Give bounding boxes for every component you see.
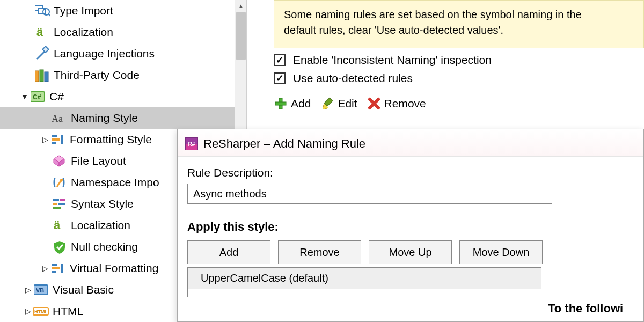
svg-rect-29 <box>52 271 56 273</box>
tree-label: Third-Party Code <box>54 69 140 82</box>
tree-label: File Layout <box>71 155 126 167</box>
notice-line2: default rules, clear 'Use auto-detected … <box>284 23 634 38</box>
tree-item-type-import[interactable]: Type Import <box>0 0 246 21</box>
follow-label: To the followi <box>548 302 634 316</box>
svg-text:HTML: HTML <box>34 309 48 314</box>
svg-rect-21 <box>53 199 59 201</box>
tree-item-third-party[interactable]: Third-Party Code <box>0 64 246 86</box>
tree-item-csharp[interactable]: ▼ C# C# <box>0 86 246 107</box>
style-movedown-button[interactable]: Move Down <box>459 240 543 264</box>
resharper-icon: R# <box>185 137 198 150</box>
svg-rect-16 <box>61 135 63 144</box>
svg-text:VB: VB <box>36 287 44 294</box>
tree-label: Type Import <box>54 4 113 17</box>
svg-rect-23 <box>53 203 57 205</box>
tree-label: Formatting Style <box>70 133 152 146</box>
svg-rect-9 <box>45 72 48 82</box>
formatting-icon <box>50 260 67 276</box>
pencil-icon <box>320 97 334 111</box>
localization-icon: ä <box>34 24 50 40</box>
scroll-thumb[interactable] <box>236 12 246 60</box>
collapse-arrow-icon: ▷ <box>40 135 50 144</box>
follow-column: To the followi Namesp ▷ Type ▷ <box>548 302 634 322</box>
add-rule-button[interactable]: Add <box>274 97 311 111</box>
rule-description-label: Rule Description: <box>187 166 634 179</box>
tree-item-localization[interactable]: ä Localization <box>0 21 246 43</box>
rules-toolbar: Add Edit Remove <box>274 97 644 111</box>
shield-check-icon <box>52 239 68 255</box>
svg-rect-7 <box>35 71 39 82</box>
syringe-icon <box>34 46 50 62</box>
tree-label: Namespace Impo <box>71 176 159 189</box>
style-listbox[interactable]: UpperCamelCase (default) <box>187 267 541 297</box>
checkbox-label: Use auto-detected rules <box>293 72 413 85</box>
svg-rect-22 <box>60 199 65 201</box>
svg-rect-13 <box>52 135 57 137</box>
notice-banner: Some naming rules are set based on the s… <box>274 0 644 48</box>
svg-rect-8 <box>40 70 43 82</box>
cube-icon <box>52 153 68 169</box>
tree-item-language-injections[interactable]: Language Injections <box>0 43 246 64</box>
tree-item-naming-style[interactable]: Aa Naming Style <box>0 107 246 129</box>
rule-description-input[interactable] <box>187 184 552 204</box>
dialog-title-text: ReSharper – Add Naming Rule <box>203 137 365 151</box>
formatting-icon <box>50 131 67 148</box>
dialog-titlebar[interactable]: R# ReSharper – Add Naming Rule <box>178 129 643 157</box>
plus-icon <box>274 97 288 111</box>
checkbox-enable-inspection[interactable]: ✓ Enable 'Inconsistent Naming' inspectio… <box>274 54 644 67</box>
style-add-button[interactable]: Add <box>187 240 270 264</box>
scroll-up-icon[interactable]: ▲ <box>235 0 247 12</box>
expand-arrow-icon: ▼ <box>19 92 30 101</box>
collapse-arrow-icon: ▷ <box>23 307 33 316</box>
tree-label: Localization <box>54 26 113 39</box>
tool-label: Remove <box>384 97 426 110</box>
namespace-icon <box>52 174 68 191</box>
checkbox-icon: ✓ <box>274 72 286 84</box>
tree-label: C# <box>49 90 64 103</box>
html-icon: HTML <box>33 303 49 319</box>
localization-icon: ä <box>52 217 68 233</box>
add-naming-rule-dialog: R# ReSharper – Add Naming Rule Rule Desc… <box>177 129 644 322</box>
tree-label: Naming Style <box>71 112 138 125</box>
style-moveup-button[interactable]: Move Up <box>369 240 452 264</box>
dialog-body: Rule Description: Apply this style: Add … <box>178 157 643 297</box>
svg-rect-36 <box>275 102 286 105</box>
csharp-icon: C# <box>30 89 46 105</box>
tree-label: Null checking <box>71 240 138 253</box>
style-list-item[interactable]: UpperCamelCase (default) <box>188 268 541 289</box>
aa-icon: Aa <box>52 110 68 126</box>
vb-icon: VB <box>33 282 49 298</box>
books-icon <box>34 67 50 83</box>
svg-rect-15 <box>52 142 56 144</box>
syntax-icon <box>52 196 68 212</box>
checkbox-auto-detected[interactable]: ✓ Use auto-detected rules <box>274 72 644 85</box>
svg-rect-30 <box>61 264 63 273</box>
tool-label: Edit <box>338 97 357 110</box>
edit-rule-button[interactable]: Edit <box>320 97 357 111</box>
remove-x-icon <box>367 97 381 111</box>
svg-rect-27 <box>52 264 57 266</box>
tool-label: Add <box>291 97 311 110</box>
collapse-arrow-icon: ▷ <box>23 286 33 294</box>
svg-text:C#: C# <box>33 93 41 101</box>
checkbox-label: Enable 'Inconsistent Naming' inspection <box>293 54 492 67</box>
svg-text:ä: ä <box>36 25 43 39</box>
type-import-icon <box>34 3 50 19</box>
svg-rect-28 <box>52 267 60 269</box>
style-remove-button[interactable]: Remove <box>278 240 361 264</box>
tree-label: Virtual Formatting <box>70 262 158 275</box>
svg-rect-24 <box>58 203 65 205</box>
notice-line1: Some naming rules are set based on the s… <box>284 7 634 23</box>
checkbox-icon: ✓ <box>274 54 286 66</box>
tree-label: Syntax Style <box>71 197 134 210</box>
tree-label: Localization <box>71 219 130 232</box>
svg-rect-14 <box>52 138 60 141</box>
svg-rect-25 <box>53 207 61 209</box>
tree-label: HTML <box>53 305 83 318</box>
collapse-arrow-icon: ▷ <box>40 264 50 273</box>
svg-line-3 <box>48 14 50 16</box>
svg-text:ä: ä <box>54 218 61 232</box>
tree-label: Language Injections <box>54 47 155 60</box>
remove-rule-button[interactable]: Remove <box>367 97 426 111</box>
apply-style-label: Apply this style: <box>187 220 543 234</box>
